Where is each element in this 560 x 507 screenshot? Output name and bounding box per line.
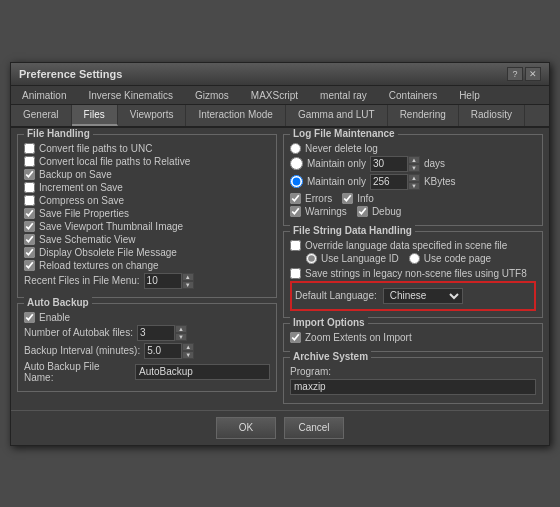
archive-system-title: Archive System — [290, 351, 371, 362]
maintain-kb-input[interactable] — [370, 174, 408, 190]
default-language-select[interactable]: Chinese English German French Japanese K… — [383, 288, 463, 304]
maintain-kb-radio[interactable] — [290, 175, 303, 188]
viewport-thumbnail-checkbox[interactable] — [24, 221, 35, 232]
window-title: Preference Settings — [19, 68, 122, 80]
override-language-row: Override language data specified in scen… — [290, 240, 536, 251]
import-options-title: Import Options — [290, 317, 368, 328]
backup-save-checkbox[interactable] — [24, 169, 35, 180]
recent-files-row: Recent Files in File Menu: ▲ ▼ — [24, 273, 270, 289]
file-handling-content: Convert file paths to UNC Convert local … — [24, 139, 270, 289]
ok-button[interactable]: OK — [216, 417, 276, 439]
obsolete-msg-checkbox[interactable] — [24, 247, 35, 258]
maintain-kb-up[interactable]: ▲ — [408, 174, 420, 182]
checkbox-schematic-view: Save Schematic View — [24, 234, 270, 245]
file-string-title: File String Data Handling — [290, 225, 415, 236]
tab-files[interactable]: Files — [72, 105, 118, 126]
errors-checkbox[interactable] — [290, 193, 301, 204]
convert-unc-checkbox[interactable] — [24, 143, 35, 154]
tab-inverse-kinematics[interactable]: Inverse Kinematics — [77, 86, 183, 104]
recent-files-input[interactable] — [144, 273, 182, 289]
columns: File Handling Convert file paths to UNC … — [17, 134, 543, 404]
right-column: Log File Maintenance Never delete log Ma… — [283, 134, 543, 404]
backup-filename-input[interactable] — [135, 364, 270, 380]
never-delete-row: Never delete log — [290, 143, 536, 154]
file-handling-title: File Handling — [24, 128, 93, 139]
maintain-days-up[interactable]: ▲ — [408, 156, 420, 164]
info-checkbox[interactable] — [342, 193, 353, 204]
tab-viewports[interactable]: Viewports — [118, 105, 187, 126]
auto-backup-content: Enable Number of Autobak files: ▲ ▼ — [24, 308, 270, 383]
tab-mental-ray[interactable]: mental ray — [309, 86, 378, 104]
debug-checkbox[interactable] — [357, 206, 368, 217]
tab-rendering[interactable]: Rendering — [388, 105, 459, 126]
enable-backup-row: Enable — [24, 312, 270, 323]
program-row: Program: — [290, 366, 536, 377]
use-code-page-row: Use code page — [409, 253, 491, 264]
language-radios: Use Language ID Use code page — [290, 253, 536, 266]
maintain-days-row: Maintain only ▲ ▼ days — [290, 156, 536, 172]
tabs-row-1: Animation Inverse Kinematics Gizmos MAXS… — [11, 86, 549, 105]
tab-general[interactable]: General — [11, 105, 72, 126]
backup-interval-down[interactable]: ▼ — [182, 351, 194, 359]
checkbox-reload-textures: Reload textures on change — [24, 260, 270, 271]
warnings-checkbox[interactable] — [290, 206, 301, 217]
num-autobak-up[interactable]: ▲ — [175, 325, 187, 333]
file-string-group: File String Data Handling Override langu… — [283, 231, 543, 318]
backup-interval-up[interactable]: ▲ — [182, 343, 194, 351]
title-bar-buttons: ? ✕ — [507, 67, 541, 81]
maintain-kb-down[interactable]: ▼ — [408, 182, 420, 190]
override-language-checkbox[interactable] — [290, 240, 301, 251]
maintain-kb-spinner: ▲ ▼ — [370, 174, 420, 190]
maintain-days-radio[interactable] — [290, 157, 303, 170]
compress-save-checkbox[interactable] — [24, 195, 35, 206]
tab-interaction-mode[interactable]: Interaction Mode — [186, 105, 286, 126]
cancel-button[interactable]: Cancel — [284, 417, 344, 439]
tab-containers[interactable]: Containers — [378, 86, 448, 104]
use-lang-id-radio[interactable] — [306, 253, 317, 264]
save-file-props-checkbox[interactable] — [24, 208, 35, 219]
save-strings-checkbox[interactable] — [290, 268, 301, 279]
increment-save-checkbox[interactable] — [24, 182, 35, 193]
num-autobak-input[interactable] — [137, 325, 175, 341]
close-button[interactable]: ✕ — [525, 67, 541, 81]
auto-backup-group: Auto Backup Enable Number of Autobak fil… — [17, 303, 277, 392]
auto-backup-title: Auto Backup — [24, 297, 92, 308]
recent-files-down[interactable]: ▼ — [182, 281, 194, 289]
tab-radiosity[interactable]: Radiosity — [459, 105, 525, 126]
program-input-row — [290, 379, 536, 395]
maintain-days-input[interactable] — [370, 156, 408, 172]
archive-system-group: Archive System Program: — [283, 357, 543, 404]
file-string-content: Override language data specified in scen… — [290, 236, 536, 311]
checkbox-obsolete-msg: Display Obsolete File Message — [24, 247, 270, 258]
default-language-row: Default Language: Chinese English German… — [295, 286, 531, 306]
maintain-days-down[interactable]: ▼ — [408, 164, 420, 172]
backup-interval-input[interactable] — [144, 343, 182, 359]
checkbox-backup-on-save: Backup on Save — [24, 169, 270, 180]
reload-textures-checkbox[interactable] — [24, 260, 35, 271]
left-column: File Handling Convert file paths to UNC … — [17, 134, 277, 404]
preference-settings-window: Preference Settings ? ✕ Animation Invers… — [10, 62, 550, 446]
zoom-extents-checkbox[interactable] — [290, 332, 301, 343]
maintain-kb-arrows: ▲ ▼ — [408, 174, 420, 190]
log-file-group: Log File Maintenance Never delete log Ma… — [283, 134, 543, 226]
never-delete-radio[interactable] — [290, 143, 301, 154]
maintain-days-spinner: ▲ ▼ — [370, 156, 420, 172]
maintain-days-arrows: ▲ ▼ — [408, 156, 420, 172]
tab-help[interactable]: Help — [448, 86, 491, 104]
tab-gizmos[interactable]: Gizmos — [184, 86, 240, 104]
recent-files-arrows: ▲ ▼ — [182, 273, 194, 289]
schematic-view-checkbox[interactable] — [24, 234, 35, 245]
enable-backup-checkbox[interactable] — [24, 312, 35, 323]
recent-files-up[interactable]: ▲ — [182, 273, 194, 281]
help-button[interactable]: ? — [507, 67, 523, 81]
num-autobak-down[interactable]: ▼ — [175, 333, 187, 341]
use-code-page-radio[interactable] — [409, 253, 420, 264]
tab-gamma-lut[interactable]: Gamma and LUT — [286, 105, 388, 126]
tab-animation[interactable]: Animation — [11, 86, 77, 104]
info-row: Info — [342, 193, 374, 204]
archive-system-content: Program: — [290, 362, 536, 395]
convert-relative-checkbox[interactable] — [24, 156, 35, 167]
program-input[interactable] — [290, 379, 536, 395]
tab-maxscript[interactable]: MAXScript — [240, 86, 309, 104]
checkbox-convert-unc: Convert file paths to UNC — [24, 143, 270, 154]
